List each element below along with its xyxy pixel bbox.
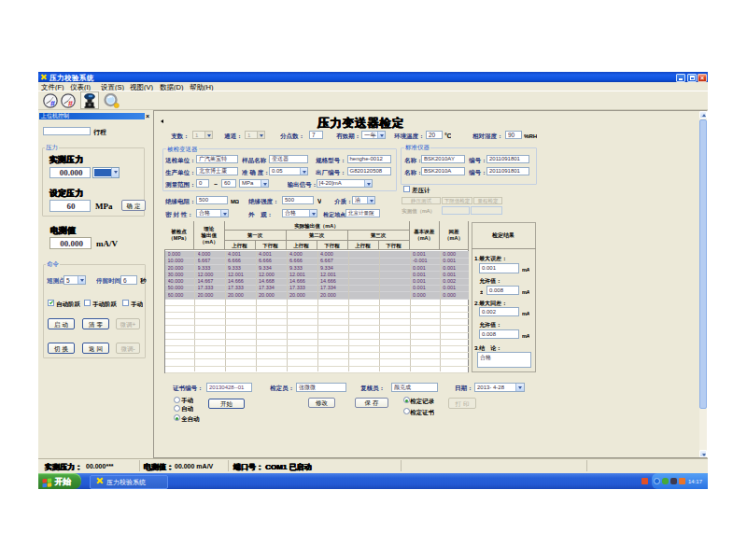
svg-text:#: #: [68, 99, 73, 108]
svg-text:#: #: [50, 99, 55, 108]
